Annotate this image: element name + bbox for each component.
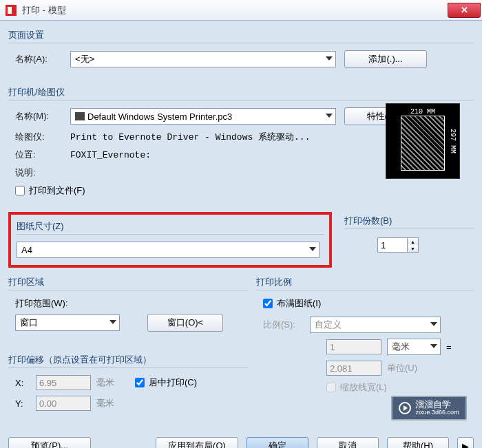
scale-heading: 打印比例 [256,273,474,290]
y-unit: 毫米 [96,397,114,409]
cancel-button[interactable]: 取消 [317,437,379,448]
center-input[interactable] [135,378,145,387]
printer-icon [75,112,85,120]
paper-page-icon [401,116,445,171]
bottom-bar: 预览(P)... 应用到布局(O) 确定 取消 帮助(H) ▶ [0,431,482,448]
paper-size-heading: 图纸尺寸(Z) [17,217,324,234]
close-icon: ✕ [461,5,468,15]
ok-button[interactable]: 确定 [247,437,308,448]
scale-unit-combo[interactable]: 毫米 [387,339,441,355]
scale-combo[interactable]: 自定义 [310,317,441,333]
page-setup-heading: 页面设置 [8,26,474,43]
print-to-file-checkbox[interactable]: 打印到文件(F) [15,184,85,197]
plotter-value: Print to Evernote Driver - Windows 系统驱动.… [70,131,310,143]
play-icon [399,402,411,414]
eq-label: = [446,342,452,352]
center-checkbox[interactable]: 居中打印(C) [135,376,197,389]
name-label: 名称(A): [15,53,70,65]
area-heading: 打印区域 [8,273,248,290]
page-setup-section: 页面设置 名称(A): <无> 添加(.)... [8,26,474,79]
app-logo-icon [6,5,17,16]
paper-height-label: 297 MM [449,129,457,153]
add-button[interactable]: 添加(.)... [344,50,427,68]
window-title: 打印 - 模型 [22,4,448,17]
x-unit: 毫米 [96,376,114,389]
printer-name-label: 名称(M): [15,110,70,122]
copies-spinner[interactable]: ▲▼ [377,237,419,253]
print-to-file-input[interactable] [15,186,25,195]
expand-button[interactable]: ▶ [457,437,474,448]
window-button[interactable]: 窗口(O)< [147,314,223,332]
page-setup-name-combo[interactable]: <无> [70,51,336,67]
location-label: 位置: [15,149,70,161]
desc-label: 说明: [15,167,70,179]
x-label: X: [15,378,36,388]
denom-unit-label: 单位(U) [387,362,417,374]
copies-heading: 打印份数(B) [344,212,474,228]
paper-size-value: A4 [21,245,32,255]
fit-input[interactable] [263,299,273,308]
spinner-down-icon[interactable]: ▼ [408,245,418,252]
location-value: FOXIT_Evernote: [70,150,151,160]
plotter-label: 绘图仪: [15,131,70,143]
paper-size-highlight: 图纸尺寸(Z) A4 [8,212,332,268]
copies-input[interactable] [377,237,408,253]
titlebar: 打印 - 模型 ✕ [0,0,482,21]
preview-button[interactable]: 预览(P)... [8,437,91,448]
printer-name-combo[interactable]: Default Windows System Printer.pc3 [70,108,336,125]
scale-value: 自定义 [315,319,342,331]
lineweight-checkbox: 缩放线宽(L) [263,381,474,394]
spinner-up-icon[interactable]: ▲ [408,238,418,245]
lineweight-input [326,383,336,392]
range-combo[interactable]: 窗口 [15,314,120,331]
range-value: 窗口 [20,317,38,329]
paper-size-combo[interactable]: A4 [17,242,319,258]
x-input [36,375,91,390]
paper-width-label: 210 MM [410,108,435,116]
paper-preview: 210 MM 297 MM [386,103,460,179]
close-button[interactable]: ✕ [448,3,481,18]
printer-heading: 打印机/绘图仪 [8,83,474,100]
y-label: Y: [15,398,36,409]
range-label: 打印范围(W): [15,297,248,310]
scale-label: 比例(S): [263,319,310,331]
scale-denom-input [326,361,381,376]
y-input [36,396,91,411]
watermark: 溜溜自学 zixue.3d66.com [391,396,467,420]
chevron-right-icon: ▶ [462,441,469,449]
page-setup-name-value: <无> [75,53,94,65]
help-button[interactable]: 帮助(H) [387,437,449,448]
scale-num-input [326,339,381,354]
fit-checkbox[interactable]: 布满图纸(I) [263,297,474,310]
printer-name-value: Default Windows System Printer.pc3 [87,111,232,122]
apply-button[interactable]: 应用到布局(O) [156,437,238,448]
